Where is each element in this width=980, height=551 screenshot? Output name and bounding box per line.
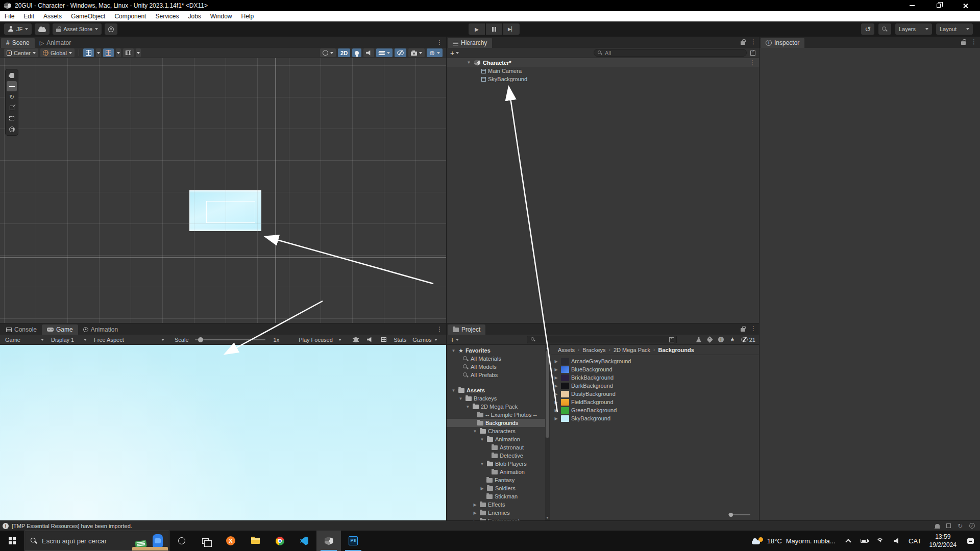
move-tool[interactable]	[7, 81, 17, 91]
cortana-button[interactable]	[169, 531, 194, 551]
hierarchy-item-skybackground[interactable]: SkyBackground	[447, 75, 760, 83]
menu-gameobject[interactable]: GameObject	[66, 11, 110, 21]
tree-favorites[interactable]: ▼Favorites	[447, 346, 550, 355]
tree-stickman[interactable]: Stickman	[447, 492, 550, 500]
effects-toggle[interactable]	[376, 48, 393, 57]
snap-increment-dropdown[interactable]	[136, 48, 141, 57]
clock[interactable]: 13:59 19/2/2024	[925, 531, 961, 551]
tab-inspector[interactable]: iInspector	[761, 38, 804, 48]
grid-visibility-dropdown[interactable]	[96, 48, 101, 57]
play-button[interactable]	[469, 23, 485, 35]
kebab-menu-icon[interactable]	[749, 60, 755, 66]
aspect-dropdown[interactable]: Free Aspect	[91, 337, 167, 343]
task-view-button[interactable]	[194, 531, 218, 551]
bug-icon[interactable]	[354, 337, 358, 342]
breadcrumb-2d-mega-pack[interactable]: 2D Mega Pack	[614, 347, 650, 353]
tree-detective[interactable]: Detective	[447, 452, 550, 460]
battery-status[interactable]	[856, 531, 872, 551]
scroll-up-icon[interactable]: ▲	[545, 346, 550, 349]
layout-dropdown[interactable]: Layout	[936, 23, 973, 35]
breadcrumb-brackeys[interactable]: Brackeys	[582, 347, 605, 353]
photoshop-taskbar-button[interactable]: Ps	[341, 531, 365, 551]
layers-dropdown[interactable]: Layers	[895, 23, 932, 35]
undo-history-button[interactable]	[861, 23, 874, 35]
stats-button[interactable]: Stats	[394, 337, 406, 343]
favorites-star-icon[interactable]	[730, 337, 735, 342]
scroll-down-icon[interactable]: ▼	[545, 516, 550, 519]
tree-animation[interactable]: ▼Animation	[447, 435, 550, 443]
tree-fantasy[interactable]: Fantasy	[447, 476, 550, 484]
asset-arcadegreybackground[interactable]: ▶ArcadeGreyBackground	[551, 357, 760, 365]
lighting-toggle[interactable]	[352, 48, 361, 57]
tray-expand-button[interactable]	[841, 531, 856, 551]
rect-tool[interactable]	[7, 113, 17, 123]
weather-widget[interactable]: 18°C Mayorm. nubla...	[747, 537, 841, 545]
game-view[interactable]	[0, 345, 447, 520]
rotate-tool[interactable]	[7, 92, 17, 102]
menu-window[interactable]: Window	[206, 11, 237, 21]
transform-tool[interactable]	[7, 124, 17, 134]
lock-icon[interactable]	[741, 328, 745, 332]
restore-button[interactable]	[930, 1, 947, 11]
chrome-button[interactable]	[267, 531, 292, 551]
scale-tool[interactable]	[7, 103, 17, 113]
lock-icon[interactable]	[741, 41, 745, 45]
2d-toggle[interactable]: 2D	[338, 48, 350, 57]
asset-darkbackground[interactable]: ▶DarkBackground	[551, 382, 760, 390]
snap-increment-button[interactable]	[123, 48, 134, 57]
thumbnail-size-slider[interactable]	[728, 514, 750, 515]
lock-icon[interactable]	[961, 41, 966, 45]
thumbnail-size-knob[interactable]	[729, 513, 733, 517]
asset-fieldbackground[interactable]: ▶FieldBackground	[551, 398, 760, 406]
mute-audio-icon[interactable]	[367, 337, 373, 342]
menu-help[interactable]: Help	[237, 11, 259, 21]
asset-skybackground[interactable]: ▶SkyBackground	[551, 414, 760, 422]
orientation-dropdown[interactable]: Global	[40, 48, 75, 57]
open-in-window-icon[interactable]	[669, 337, 674, 342]
open-in-window-icon[interactable]	[750, 51, 755, 56]
start-button[interactable]	[0, 531, 24, 551]
tree-all-models[interactable]: All Models	[447, 363, 550, 371]
label-tag-icon[interactable]	[706, 336, 713, 343]
asset-greenbackground[interactable]: ▶GreenBackground	[551, 406, 760, 414]
cloud-button[interactable]	[35, 23, 50, 35]
volume-status[interactable]	[889, 531, 905, 551]
breadcrumb-assets[interactable]: Assets	[558, 347, 575, 353]
tab-game[interactable]: Game	[42, 324, 78, 335]
project-search-input[interactable]	[527, 336, 677, 343]
hand-tool[interactable]	[7, 70, 17, 81]
tree-blob-players[interactable]: ▼Blob Players	[447, 460, 550, 468]
hierarchy-search-input[interactable]: All	[594, 49, 747, 57]
status-message[interactable]: [TMP Essential Resources] have been impo…	[12, 523, 132, 529]
create-dropdown[interactable]: +	[450, 336, 459, 344]
tab-animation[interactable]: Animation	[78, 324, 123, 335]
target-button[interactable]	[105, 23, 117, 35]
menu-jobs[interactable]: Jobs	[183, 11, 205, 21]
unity-taskbar-button[interactable]	[316, 531, 341, 551]
kebab-menu-icon[interactable]	[750, 325, 756, 332]
step-button[interactable]	[503, 23, 520, 35]
kebab-menu-icon[interactable]	[436, 326, 443, 332]
scene-header-row[interactable]: ▼ Character*	[447, 58, 760, 67]
account-dropdown[interactable]: JF	[4, 23, 32, 35]
tree-brackeys[interactable]: ▼Brackeys	[447, 394, 550, 403]
tree-assets[interactable]: ▼Assets	[447, 386, 550, 394]
vsync-grid-icon[interactable]	[381, 337, 386, 342]
tab-project[interactable]: Project	[448, 324, 485, 335]
network-status[interactable]	[872, 531, 889, 551]
tree-scrollbar[interactable]: ▲ ▼	[545, 345, 550, 520]
pivot-dropdown[interactable]: Center	[4, 48, 38, 57]
tab-console[interactable]: Console	[1, 324, 42, 335]
tab-scene[interactable]: Scene	[1, 38, 35, 48]
taskbar-search-input[interactable]: Escriu aquí per cercar	[24, 531, 169, 551]
gizmo-dropdown[interactable]	[427, 48, 443, 57]
bell-icon[interactable]	[935, 524, 940, 528]
vscode-button[interactable]	[292, 531, 316, 551]
pause-button[interactable]	[486, 23, 502, 35]
display-dropdown[interactable]: Display 1	[48, 337, 90, 343]
tree-enemies[interactable]: ▶Enemies	[447, 509, 550, 517]
asset-store-dropdown[interactable]: Asset Store	[53, 23, 102, 35]
tree-characters[interactable]: ▼Characters	[447, 427, 550, 435]
tree-effects[interactable]: ▶Effects	[447, 500, 550, 509]
scale-slider[interactable]	[195, 339, 265, 340]
